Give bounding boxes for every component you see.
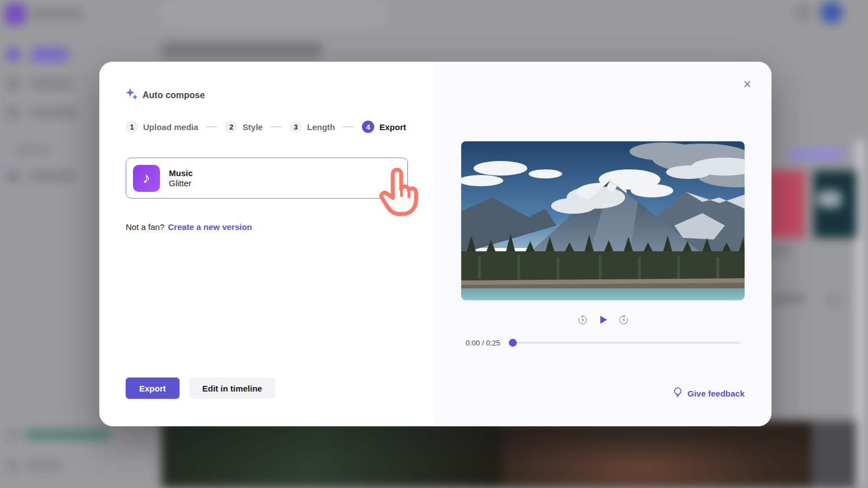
media-thumb-dark-green-blur <box>162 418 502 488</box>
sparkle-icon <box>126 88 138 103</box>
create-new-version-link[interactable]: Create a new version <box>168 222 252 232</box>
step-separator <box>343 126 354 127</box>
step-label: Upload media <box>143 122 198 132</box>
music-icon: ♪ <box>133 165 160 192</box>
give-feedback-link[interactable]: Give feedback <box>673 387 745 399</box>
music-card-name: Glitter <box>169 178 193 188</box>
sidebar-icon-blur <box>7 107 19 119</box>
version-prompt-text: Not a fan? <box>126 222 164 232</box>
media-thumb-brown-blur <box>502 421 811 488</box>
sidebar-item-blur <box>30 108 78 118</box>
sidebar-section-blur <box>16 145 49 154</box>
seek-row: 0:00 / 0:25 <box>466 337 740 349</box>
step-export: 4 Export <box>362 121 406 133</box>
forward-5-icon[interactable]: 5 <box>618 315 629 325</box>
sidebar-icon-blur <box>7 77 19 90</box>
step-style: 2 Style <box>225 121 263 133</box>
dialog-header: Auto compose <box>126 88 408 103</box>
step-label-active: Export <box>379 122 406 132</box>
page-heading-blur <box>162 43 322 57</box>
auto-compose-dialog: Auto compose 1 Upload media 2 Style 3 Le… <box>99 62 771 426</box>
rewind-5-icon[interactable]: 5 <box>577 315 588 325</box>
step-length: 3 Length <box>290 121 335 133</box>
dialog-content-pane: Auto compose 1 Upload media 2 Style 3 Le… <box>99 62 435 426</box>
bottom-icon-blur <box>7 460 19 472</box>
step-number: 1 <box>126 121 138 133</box>
seek-track <box>507 342 740 344</box>
edit-in-timeline-button[interactable]: Edit in timeline <box>189 377 276 399</box>
lightbulb-icon <box>673 387 683 399</box>
export-button[interactable]: Export <box>126 377 180 399</box>
caption-blur <box>772 295 805 303</box>
scroll-strip-blur <box>857 140 862 488</box>
step-number: 3 <box>290 121 302 133</box>
app-logo <box>4 3 26 25</box>
music-selection-card[interactable]: ♪ Music Glitter <box>126 158 408 199</box>
avatar-blur <box>820 1 843 24</box>
version-prompt: Not a fan?Create a new version <box>126 222 408 232</box>
search-bar-blur <box>162 1 386 25</box>
app-title-blur <box>30 9 84 20</box>
seek-bar[interactable] <box>507 337 740 349</box>
bottom-icon-blur <box>7 429 19 441</box>
media-thumb-gray-blur <box>811 421 857 488</box>
video-preview <box>461 141 745 300</box>
dialog-title: Auto compose <box>143 90 205 100</box>
step-label: Length <box>307 122 335 132</box>
dialog-actions: Export Edit in timeline <box>126 377 275 399</box>
playback-time: 0:00 / 0:25 <box>466 339 500 347</box>
step-number-active: 4 <box>362 121 374 133</box>
sidebar-active-item-blur <box>30 47 70 62</box>
play-icon[interactable] <box>597 314 609 326</box>
seek-thumb[interactable] <box>509 339 517 347</box>
close-icon[interactable]: ✕ <box>740 77 755 92</box>
thumbnail-detail-blur <box>818 191 842 208</box>
step-indicator: 1 Upload media 2 Style 3 Length 4 Export <box>126 121 408 133</box>
step-number: 2 <box>225 121 237 133</box>
sidebar-item-blur <box>30 171 75 181</box>
settings-icon-blur <box>794 4 811 21</box>
sidebar-icon-blur <box>7 170 19 182</box>
give-feedback-label: Give feedback <box>687 389 745 398</box>
bottom-item-blur <box>28 461 62 470</box>
icon-blur <box>824 291 844 311</box>
sidebar-icon-blur <box>7 48 19 61</box>
step-label: Style <box>242 122 263 132</box>
music-card-category: Music <box>169 168 193 178</box>
music-note-icon: ♪ <box>143 171 150 186</box>
step-separator <box>270 126 282 127</box>
step-separator <box>206 126 217 127</box>
bottom-link-blur <box>26 430 110 440</box>
step-upload-media: 1 Upload media <box>126 121 198 133</box>
link-blur <box>789 148 845 160</box>
preview-pane: ✕ <box>435 62 771 426</box>
sidebar-item-blur <box>30 79 72 89</box>
playback-controls: 5 5 <box>435 313 771 326</box>
music-card-text: Music Glitter <box>169 168 193 188</box>
